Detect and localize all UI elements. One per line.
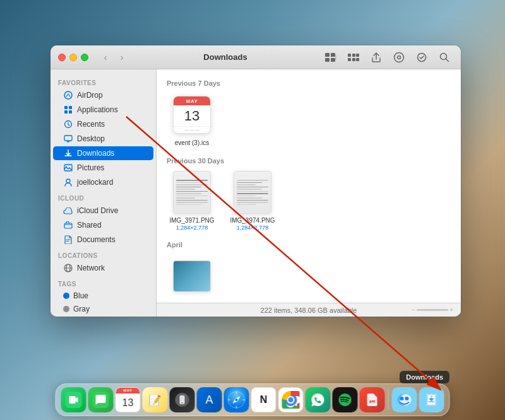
svg-point-13 [398,55,401,59]
main-content: Previous 7 Days MAY 13 ── ── ── event (3… [157,69,461,303]
dock-item-calendar[interactable]: MAY 13 Calendar [116,387,141,412]
airdrop-label: AirDrop [77,91,103,100]
dock-item-appstore[interactable]: A App Store [197,387,222,412]
dock-item-spotify[interactable]: Spotify [333,387,358,412]
dock-item-downloads[interactable]: Downloads [419,387,444,412]
view-grid-button[interactable] [322,50,340,64]
svg-rect-23 [64,136,72,141]
svg-rect-10 [352,58,355,61]
sidebar-item-downloads[interactable]: Downloads [53,146,153,160]
sidebar-item-desktop[interactable]: Desktop [53,132,153,146]
sidebar-item-tag-blue[interactable]: Blue [53,289,153,302]
svg-rect-28 [64,223,72,228]
section-header-30days: Previous 30 Days [167,157,451,165]
window-title: Downloads [134,52,317,62]
dock-item-chrome[interactable]: Chrome [278,387,304,412]
svg-rect-2 [325,53,330,57]
img3974-icon [231,171,274,214]
documents-icon [63,235,73,245]
sidebar-item-tag-gray[interactable]: Gray [53,303,153,315]
dock-item-facetime[interactable]: FaceTime [61,387,86,412]
share-button[interactable] [367,50,385,64]
sidebar-item-tag-green[interactable]: Green [53,316,153,317]
section-header-7days: Previous 7 Days [167,79,451,87]
desktop-icon [63,134,73,144]
user-label: joellockard [77,178,113,187]
file-grid-7days: MAY 13 ── ── ── event (3).ics [167,93,451,147]
shared-icon [63,220,73,230]
sidebar-item-user[interactable]: joellockard [53,175,153,189]
dock-item-messages[interactable]: Messages [88,387,114,412]
dock: FaceTime Messages MAY 13 Calendar 📝 Note… [56,383,450,416]
svg-rect-11 [356,58,359,61]
back-button[interactable]: ‹ [98,50,112,64]
file-item-img3971[interactable]: IMG_3971.PNG 1,284×2,778 [167,171,217,231]
share-dropdown-button[interactable] [413,50,431,64]
sidebar-item-shared[interactable]: Shared [53,218,153,232]
svg-rect-19 [69,106,72,109]
view-list-button[interactable] [345,50,362,64]
dock-item-whatsapp[interactable]: WhatsApp [306,387,331,412]
zoom-slider[interactable]: − + [412,306,453,313]
svg-rect-5 [331,58,335,62]
finder-window: ‹ › Downloads [50,45,461,317]
airdrop-icon [63,90,73,100]
svg-rect-20 [64,110,68,114]
img3974-label: IMG_3974.PNG [230,216,275,225]
user-icon [63,177,73,187]
sidebar-item-airdrop[interactable]: AirDrop [53,88,153,102]
file-item-april-photo[interactable] [167,255,217,300]
icloud-drive-label: iCloud Drive [77,206,118,215]
file-item-event-ics[interactable]: MAY 13 ── ── ── event (3).ics [167,93,217,147]
file-item-img3974[interactable]: IMG_3974.PNG 1,284×2,778 [227,171,278,231]
gray-tag-label: Gray [73,305,90,313]
search-button[interactable] [436,50,453,64]
svg-line-16 [446,59,449,61]
downloads-label: Downloads [77,149,114,158]
tag-button[interactable] [390,50,408,64]
sidebar-item-icloud-drive[interactable]: iCloud Drive [53,204,153,218]
documents-label: Documents [77,235,116,244]
sidebar-item-recents[interactable]: Recents [53,117,153,131]
svg-rect-24 [67,141,69,143]
recents-label: Recents [77,120,105,129]
dock-item-notes[interactable]: 📝 Notes [143,387,168,412]
svg-rect-8 [356,54,359,57]
maximize-button[interactable] [81,54,88,61]
event-ics-icon: MAY 13 ── ── ── [170,93,213,136]
svg-point-27 [66,179,70,183]
svg-point-17 [64,91,72,99]
dock-item-notion[interactable]: N Notion [251,387,276,412]
icloud-drive-icon [63,206,73,216]
gray-tag-dot [63,306,69,312]
img3974-sublabel: 1,284×2,778 [237,225,268,231]
pictures-label: Pictures [77,163,104,172]
forward-button[interactable]: › [115,50,129,64]
network-label: Network [77,264,105,272]
minimize-button[interactable] [69,54,77,61]
sidebar-item-network[interactable]: Network [53,261,153,275]
sidebar-item-pictures[interactable]: Pictures [53,161,153,175]
file-grid-30days: IMG_3971.PNG 1,284×2,778 [167,171,451,231]
applications-icon [63,105,73,115]
desktop-label: Desktop [77,134,105,143]
locations-header: Locations [50,247,156,260]
dock-item-pdf[interactable]: PDF Expert [360,387,385,412]
sidebar-item-applications[interactable]: Applications [53,103,153,117]
svg-point-35 [182,402,183,404]
dock-item-finder[interactable]: Finder [392,387,417,412]
svg-rect-3 [331,53,335,57]
sidebar: Favorites AirDrop [50,69,157,317]
close-button[interactable] [58,54,66,61]
svg-rect-4 [325,58,330,62]
svg-rect-6 [348,54,351,57]
sidebar-item-documents[interactable]: Documents [53,233,153,247]
img3971-sublabel: 1,284×2,778 [176,225,208,231]
blue-tag-label: Blue [73,291,88,300]
img3971-label: IMG_3971.PNG [169,216,214,225]
dock-item-safari[interactable]: Safari [224,387,249,412]
file-grid-april [167,255,451,300]
status-text: 222 items, 348.06 GB available [261,306,357,314]
dock-item-phone[interactable]: System Settings [170,387,195,412]
traffic-lights [58,54,88,61]
